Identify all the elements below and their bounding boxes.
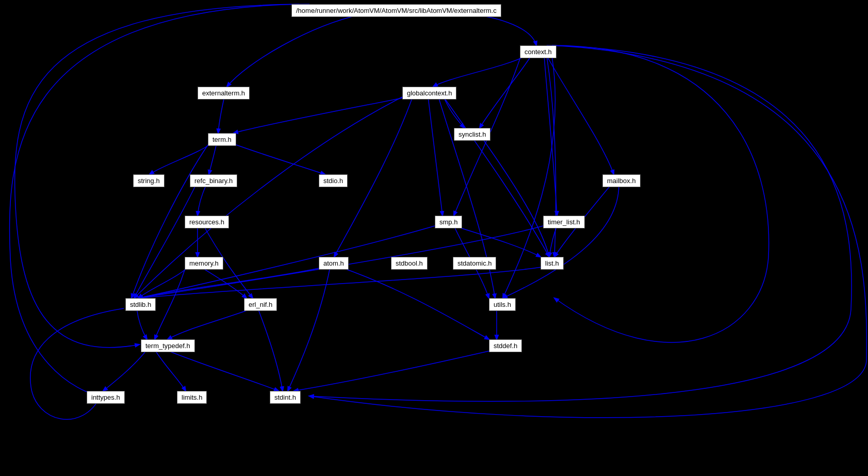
- node-stddef-h: stddef.h: [489, 339, 522, 352]
- node-stdatomic-h: stdatomic.h: [453, 257, 496, 270]
- graph-container: /home/runner/work/AtomVM/AtomVM/src/libA…: [0, 0, 868, 476]
- node-mailbox-h: mailbox.h: [602, 174, 641, 187]
- node-stdbool-h: stdbool.h: [391, 257, 428, 270]
- node-utils-h: utils.h: [489, 298, 516, 311]
- node-stdint-h: stdint.h: [270, 391, 301, 404]
- node-memory-h: memory.h: [185, 257, 223, 270]
- node-atom-h: atom.h: [319, 257, 349, 270]
- node-externalterm-h: externalterm.h: [198, 87, 250, 100]
- node-string-h: string.h: [133, 174, 165, 187]
- edges-svg: [0, 0, 868, 476]
- node-inttypes-h: inttypes.h: [87, 391, 125, 404]
- node-root: /home/runner/work/AtomVM/AtomVM/src/libA…: [291, 4, 501, 17]
- node-timer-list-h: timer_list.h: [543, 216, 585, 228]
- node-stdio-h: stdio.h: [319, 174, 348, 187]
- node-globalcontext-h: globalcontext.h: [402, 87, 456, 100]
- node-smp-h: smp.h: [435, 216, 462, 228]
- node-term-h: term.h: [208, 133, 236, 146]
- node-erl-nif-h: erl_nif.h: [244, 298, 277, 311]
- node-context-h: context.h: [520, 45, 556, 58]
- node-stdlib-h: stdlib.h: [125, 298, 156, 311]
- node-refc-binary-h: refc_binary.h: [190, 174, 237, 187]
- node-limits-h: limits.h: [177, 391, 207, 404]
- node-list-h: list.h: [541, 257, 564, 270]
- node-synclist-h: synclist.h: [454, 128, 490, 141]
- node-term-typedef-h: term_typedef.h: [141, 339, 195, 352]
- node-resources-h: resources.h: [185, 216, 229, 228]
